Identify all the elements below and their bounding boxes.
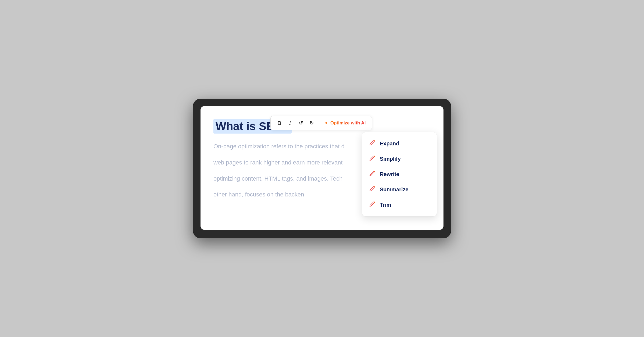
optimize-label: Optimize with AI bbox=[330, 120, 366, 126]
dropdown-item-simplify[interactable]: Simplify bbox=[362, 151, 437, 167]
undo-button[interactable]: ↺ bbox=[296, 118, 306, 128]
toolbar-divider bbox=[319, 120, 319, 126]
svg-point-1 bbox=[374, 156, 375, 157]
simplify-icon bbox=[368, 155, 376, 163]
svg-point-0 bbox=[374, 140, 375, 141]
svg-point-4 bbox=[374, 202, 375, 203]
rewrite-label: Rewrite bbox=[380, 171, 399, 177]
dropdown-item-expand[interactable]: Expand bbox=[362, 136, 437, 151]
summarize-label: Summarize bbox=[380, 187, 409, 193]
optimize-with-ai-button[interactable]: ✦ Optimize with AI bbox=[322, 119, 368, 127]
formatting-toolbar: B I ↺ ↻ ✦ Optimize with AI bbox=[270, 116, 372, 130]
trim-icon bbox=[368, 201, 376, 209]
simplify-label: Simplify bbox=[380, 156, 401, 162]
italic-button[interactable]: I bbox=[285, 118, 295, 128]
content-area: B I ↺ ↻ ✦ Optimize with AI What is SEO? … bbox=[201, 106, 443, 230]
dropdown-item-trim[interactable]: Trim bbox=[362, 197, 437, 213]
rewrite-icon bbox=[368, 170, 376, 178]
svg-point-2 bbox=[374, 171, 375, 172]
trim-label: Trim bbox=[380, 202, 391, 208]
expand-label: Expand bbox=[380, 141, 399, 147]
bold-button[interactable]: B bbox=[274, 118, 284, 128]
svg-point-3 bbox=[374, 186, 375, 187]
ai-dropdown-menu: Expand Simplify Rewrite bbox=[362, 132, 437, 217]
expand-icon bbox=[368, 140, 376, 148]
summarize-icon bbox=[368, 186, 376, 193]
dropdown-item-summarize[interactable]: Summarize bbox=[362, 182, 437, 197]
redo-button[interactable]: ↻ bbox=[307, 118, 316, 128]
dropdown-item-rewrite[interactable]: Rewrite bbox=[362, 167, 437, 182]
device-frame: B I ↺ ↻ ✦ Optimize with AI What is SEO? … bbox=[193, 99, 451, 238]
sparkle-icon: ✦ bbox=[324, 120, 328, 126]
